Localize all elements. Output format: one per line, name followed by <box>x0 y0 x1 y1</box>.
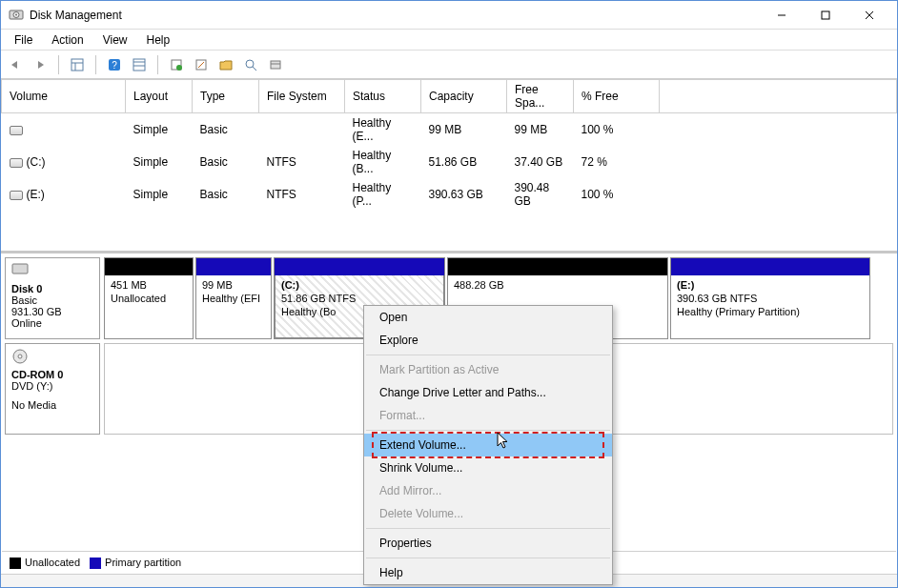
forward-button[interactable] <box>30 54 51 75</box>
menu-file[interactable]: File <box>7 31 40 49</box>
partition-size: 51.86 GB NTFS <box>281 293 356 304</box>
app-icon <box>9 8 24 23</box>
menu-help[interactable]: Help <box>139 31 178 49</box>
svg-point-18 <box>246 60 254 68</box>
context-menu-item: Delete Volume... <box>364 502 612 525</box>
col-volume[interactable]: Volume <box>2 80 126 113</box>
volume-icon <box>10 158 23 168</box>
menu-view[interactable]: View <box>95 31 135 49</box>
context-menu-item: Mark Partition as Active <box>364 358 612 381</box>
titlebar: Disk Management <box>1 1 897 30</box>
maximize-button[interactable] <box>804 2 847 29</box>
legend-primary-swatch <box>90 558 101 569</box>
partition-stripe <box>196 258 271 275</box>
partition-status: Unallocated <box>111 293 166 304</box>
col-free[interactable]: Free Spa... <box>507 80 574 113</box>
toolbar-icon-c[interactable] <box>265 54 286 75</box>
col-status[interactable]: Status <box>345 80 421 113</box>
toolbar-view-icon[interactable] <box>67 54 88 75</box>
context-menu-item[interactable]: Shrink Volume... <box>364 456 612 479</box>
svg-point-24 <box>18 355 22 358</box>
context-menu-item[interactable]: Explore <box>364 329 612 352</box>
context-menu-item[interactable]: Change Drive Letter and Paths... <box>364 381 612 404</box>
window-title: Disk Management <box>30 9 122 22</box>
svg-rect-22 <box>12 264 28 274</box>
menu-separator <box>366 355 610 355</box>
toolbar-icon-a[interactable] <box>166 54 187 75</box>
toolbar-settings-icon[interactable] <box>129 54 150 75</box>
highlight-annotation <box>372 432 604 458</box>
table-row[interactable]: (C:) Simple Basic NTFS Healthy (B... 51.… <box>2 146 897 178</box>
context-menu-item[interactable]: Extend Volume... <box>364 434 612 456</box>
partition-status: Healthy (EFI <box>202 293 260 304</box>
svg-rect-7 <box>71 59 83 71</box>
minimize-button[interactable] <box>760 2 804 29</box>
toolbar-icon-b[interactable] <box>191 54 212 75</box>
toolbar-folder-icon[interactable] <box>215 54 236 75</box>
svg-rect-20 <box>271 61 280 69</box>
context-menu-item[interactable]: Open <box>364 306 612 329</box>
partition[interactable]: 451 MBUnallocated <box>104 257 194 339</box>
table-row[interactable]: (E:) Simple Basic NTFS Healthy (P... 390… <box>2 178 897 211</box>
partition-status: Healthy (Bo <box>281 306 336 317</box>
partition-title: (E:) <box>677 279 694 291</box>
disk-label[interactable]: Disk 0 Basic 931.30 GB Online <box>5 257 100 339</box>
table-row[interactable]: Simple Basic Healthy (E... 99 MB 99 MB 1… <box>2 113 897 147</box>
volume-icon <box>10 191 23 200</box>
context-menu: OpenExploreMark Partition as ActiveChang… <box>363 305 613 585</box>
menu-separator <box>366 430 610 431</box>
context-menu-item: Add Mirror... <box>364 479 612 502</box>
help-icon[interactable]: ? <box>104 54 125 75</box>
volume-list[interactable]: Volume Layout Type File System Status Ca… <box>1 79 897 251</box>
cdrom-icon <box>11 348 29 365</box>
back-button[interactable] <box>5 54 26 75</box>
col-pct[interactable]: % Free <box>574 80 660 113</box>
context-menu-item[interactable]: Help <box>364 561 612 584</box>
partition-stripe <box>671 258 869 275</box>
partition-size: 488.28 GB <box>454 279 504 291</box>
menubar: File Action View Help <box>1 30 897 51</box>
partition-size: 99 MB <box>202 279 233 291</box>
svg-point-16 <box>176 65 182 71</box>
svg-rect-4 <box>822 11 829 19</box>
partition-size: 451 MB <box>111 279 147 291</box>
svg-point-2 <box>15 13 17 15</box>
svg-rect-12 <box>133 59 145 71</box>
col-capacity[interactable]: Capacity <box>421 80 507 113</box>
volume-icon <box>10 126 23 135</box>
partition-stripe <box>275 258 444 275</box>
legend-unallocated-swatch <box>10 558 21 569</box>
cdrom-label[interactable]: CD-ROM 0 DVD (Y:) No Media <box>5 343 100 435</box>
menu-separator <box>366 528 610 529</box>
volume-table: Volume Layout Type File System Status Ca… <box>1 79 897 211</box>
partition-title: (C:) <box>281 279 299 291</box>
col-layout[interactable]: Layout <box>126 80 193 113</box>
col-type[interactable]: Type <box>193 80 259 113</box>
partition-size: 390.63 GB NTFS <box>677 293 757 304</box>
toolbar-search-icon[interactable] <box>240 54 261 75</box>
partition-status: Healthy (Primary Partition) <box>677 306 800 317</box>
partition-stripe <box>448 258 667 275</box>
menu-separator <box>366 558 610 558</box>
svg-text:?: ? <box>112 60 117 71</box>
context-menu-item[interactable]: Properties <box>364 532 612 555</box>
svg-line-19 <box>253 67 256 71</box>
close-button[interactable] <box>847 2 891 29</box>
partition[interactable]: 99 MBHealthy (EFI <box>195 257 272 339</box>
col-fs[interactable]: File System <box>259 80 345 113</box>
partition-stripe <box>105 258 193 275</box>
partition[interactable]: (E:)390.63 GB NTFSHealthy (Primary Parti… <box>670 257 870 339</box>
context-menu-item: Format... <box>364 404 612 427</box>
toolbar: ? <box>1 51 897 79</box>
menu-action[interactable]: Action <box>44 31 91 49</box>
disk-icon <box>11 262 29 279</box>
